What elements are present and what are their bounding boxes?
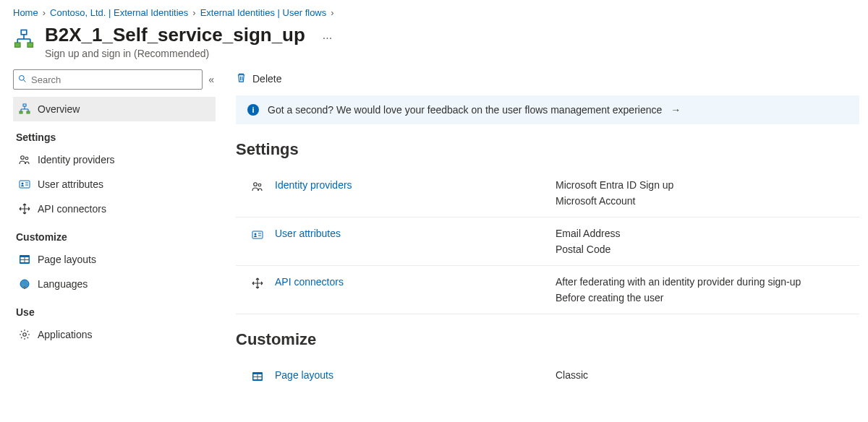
- svg-point-7: [20, 76, 25, 81]
- svg-rect-24: [24, 286, 25, 289]
- trash-icon: [236, 72, 247, 85]
- api-value-2: Before creating the user: [556, 292, 859, 303]
- sidebar-group-customize: Customize: [16, 231, 216, 243]
- sidebar-item-applications[interactable]: Applications: [13, 322, 216, 347]
- svg-rect-22: [25, 260, 29, 262]
- page-title: B2X_1_Self_service_sign_up: [45, 24, 305, 46]
- move-arrows-icon: [252, 277, 263, 289]
- svg-rect-2: [27, 43, 33, 47]
- svg-rect-0: [21, 30, 27, 35]
- command-bar: Delete: [236, 69, 859, 95]
- globe-icon: [19, 278, 30, 290]
- feedback-text: Got a second? We would love your feedbac…: [268, 104, 662, 116]
- breadcrumb-tenant[interactable]: Contoso, Ltd. | External Identities: [50, 7, 188, 18]
- sidebar-item-label: Page layouts: [38, 254, 96, 265]
- link-api-connectors[interactable]: API connectors: [275, 276, 344, 288]
- info-icon: i: [247, 104, 259, 116]
- api-value-1: After federating with an identity provid…: [556, 276, 859, 288]
- sidebar-item-label: Applications: [38, 329, 93, 340]
- svg-rect-10: [20, 111, 22, 113]
- delete-label: Delete: [252, 73, 281, 85]
- svg-rect-20: [25, 257, 29, 259]
- sidebar-group-settings: Settings: [16, 132, 216, 143]
- sidebar-item-label: Overview: [38, 103, 80, 115]
- gear-icon: [19, 329, 30, 340]
- svg-rect-19: [21, 257, 25, 259]
- svg-rect-14: [20, 181, 30, 188]
- svg-point-13: [25, 157, 28, 160]
- arrow-right-icon: →: [671, 104, 681, 116]
- sidebar-item-languages[interactable]: Languages: [13, 272, 216, 296]
- delete-button[interactable]: Delete: [236, 72, 281, 85]
- link-user-attributes[interactable]: User attributes: [275, 228, 341, 239]
- sidebar-item-page-layouts[interactable]: Page layouts: [13, 247, 216, 272]
- main-content: Delete i Got a second? We would love you…: [221, 69, 868, 392]
- sidebar-item-user-attributes[interactable]: User attributes: [13, 172, 216, 197]
- layout-icon: [19, 254, 30, 265]
- svg-line-8: [24, 80, 26, 82]
- section-title-settings: Settings: [236, 140, 859, 159]
- settings-row-user-attributes: User attributes Email Address Postal Cod…: [236, 218, 859, 266]
- svg-rect-33: [254, 374, 258, 376]
- id-card-icon: [19, 178, 30, 190]
- settings-row-api-connectors: API connectors After federating with an …: [236, 266, 859, 314]
- sidebar-item-label: Identity providers: [38, 154, 115, 165]
- search-icon: [18, 74, 27, 85]
- svg-point-29: [255, 233, 257, 236]
- layout-icon: [252, 371, 263, 382]
- search-input-wrapper[interactable]: [13, 69, 203, 90]
- svg-rect-28: [252, 231, 263, 238]
- settings-row-idp: Identity providers Microsoft Entra ID Si…: [236, 169, 859, 218]
- sidebar-item-label: API connectors: [38, 203, 106, 215]
- idp-value-1: Microsoft Entra ID Sign up: [556, 179, 859, 191]
- svg-point-26: [254, 183, 258, 186]
- ua-value-1: Email Address: [556, 228, 859, 239]
- people-icon: [19, 154, 30, 165]
- page-header: B2X_1_Self_service_sign_up ··· Sign up a…: [0, 21, 868, 69]
- svg-point-27: [258, 184, 261, 186]
- sidebar-item-identity-providers[interactable]: Identity providers: [13, 147, 216, 172]
- sidebar-item-api-connectors[interactable]: API connectors: [13, 197, 216, 221]
- chevron-right-icon: ›: [43, 7, 46, 18]
- sidebar-group-use: Use: [16, 306, 216, 318]
- svg-point-12: [21, 156, 25, 160]
- svg-rect-1: [15, 43, 21, 47]
- svg-rect-9: [23, 104, 26, 106]
- chevron-right-icon: ›: [331, 7, 333, 18]
- section-title-customize: Customize: [236, 330, 859, 349]
- people-icon: [252, 181, 263, 192]
- page-subtitle: Sign up and sign in (Recommended): [45, 48, 332, 59]
- svg-rect-35: [254, 377, 258, 379]
- collapse-sidebar-button[interactable]: «: [207, 71, 216, 88]
- chevron-right-icon: ›: [192, 7, 195, 18]
- svg-rect-34: [258, 374, 262, 376]
- settings-row-page-layouts: Page layouts Classic: [236, 359, 859, 392]
- sidebar: « Overview Settings Identity providers U…: [13, 69, 221, 347]
- user-flow-icon: [13, 28, 35, 50]
- move-arrows-icon: [19, 203, 30, 215]
- svg-point-15: [22, 183, 24, 185]
- id-card-icon: [252, 229, 263, 241]
- feedback-banner[interactable]: i Got a second? We would love your feedb…: [236, 95, 859, 124]
- sidebar-item-overview[interactable]: Overview: [13, 97, 216, 121]
- breadcrumb-userflows[interactable]: External Identities | User flows: [200, 7, 327, 18]
- link-page-layouts[interactable]: Page layouts: [275, 369, 333, 381]
- svg-point-25: [23, 333, 26, 336]
- more-actions-button[interactable]: ···: [323, 32, 332, 44]
- idp-value-2: Microsoft Account: [556, 195, 859, 207]
- breadcrumb-home[interactable]: Home: [13, 7, 38, 18]
- search-input[interactable]: [31, 74, 197, 85]
- layout-value-1: Classic: [556, 369, 859, 381]
- svg-rect-21: [21, 260, 25, 262]
- hierarchy-icon: [19, 103, 30, 115]
- svg-rect-11: [27, 111, 30, 113]
- ua-value-2: Postal Code: [556, 244, 859, 255]
- svg-rect-36: [258, 377, 262, 379]
- sidebar-item-label: Languages: [38, 278, 88, 290]
- breadcrumb: Home › Contoso, Ltd. | External Identiti…: [0, 0, 868, 21]
- sidebar-item-label: User attributes: [38, 178, 103, 190]
- link-identity-providers[interactable]: Identity providers: [275, 179, 352, 191]
